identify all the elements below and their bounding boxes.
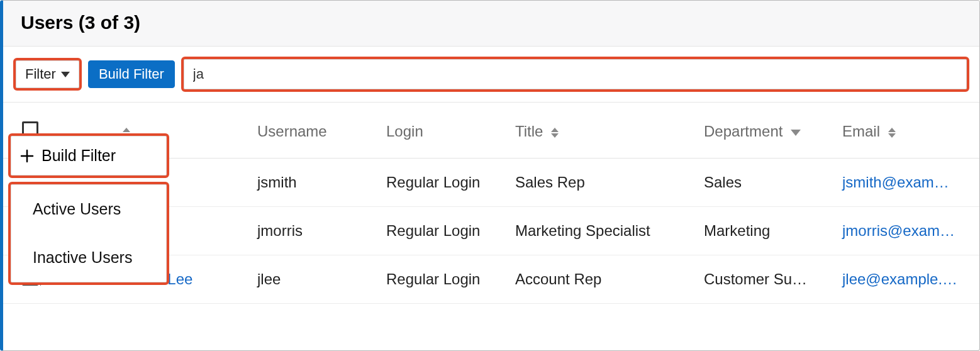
filter-dropdown-button[interactable]: Filter (16, 60, 79, 88)
plus-icon (20, 149, 34, 163)
filter-menu-item-inactive-users[interactable]: Inactive Users (11, 233, 166, 282)
toolbar: Filter Build Filter (3, 47, 979, 103)
sort-icon (551, 128, 559, 138)
sort-icon (888, 128, 896, 138)
cell-username: jsmith (248, 159, 377, 207)
user-email-link[interactable]: jsmith@exam… (842, 174, 949, 191)
app-frame: Users (3 of 3) Filter Build Filter Usern… (0, 0, 980, 351)
column-title[interactable]: Title (506, 103, 695, 159)
cell-login: Regular Login (377, 255, 506, 304)
cell-department: Marketing (695, 207, 833, 255)
column-department[interactable]: Department (695, 103, 833, 159)
user-email-link[interactable]: jmorris@exam… (842, 222, 955, 239)
cell-department: Sales (695, 159, 833, 207)
menu-build-filter-label: Build Filter (42, 147, 116, 165)
filter-menu-list: Active Users Inactive Users (11, 184, 167, 282)
cell-username: jmorris (248, 207, 377, 255)
cell-username: jlee (248, 255, 377, 304)
page-title: Users (3 of 3) (21, 12, 962, 33)
cell-login: Regular Login (377, 207, 506, 255)
build-filter-button[interactable]: Build Filter (88, 60, 175, 88)
cell-title: Marketing Specialist (506, 207, 695, 255)
column-username[interactable]: Username (248, 103, 377, 159)
sort-desc-icon (791, 130, 801, 136)
cell-login: Regular Login (377, 159, 506, 207)
menu-build-filter[interactable]: Build Filter (11, 136, 167, 176)
search-input[interactable] (184, 59, 967, 89)
column-login[interactable]: Login (377, 103, 506, 159)
caret-down-icon (61, 72, 70, 77)
cell-department: Customer Su… (695, 255, 833, 304)
cell-title: Sales Rep (506, 159, 695, 207)
cell-title: Account Rep (506, 255, 695, 304)
filter-dropdown-label: Filter (25, 66, 56, 82)
column-email[interactable]: Email (833, 103, 980, 159)
user-email-link[interactable]: jlee@example.… (842, 270, 957, 287)
filter-dropdown-menu: Build Filter Active Users Inactive Users (11, 136, 167, 282)
page-header: Users (3 of 3) (3, 1, 979, 47)
filter-menu-item-active-users[interactable]: Active Users (11, 185, 166, 233)
